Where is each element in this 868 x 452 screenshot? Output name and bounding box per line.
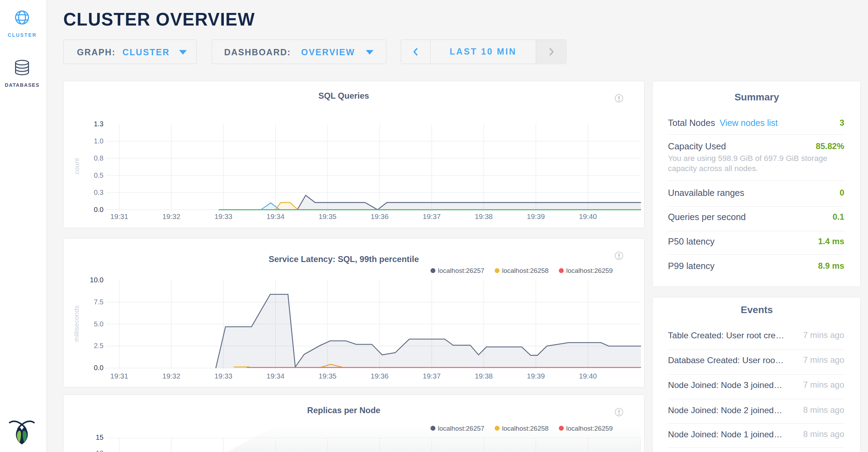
svg-text:19:40: 19:40 (579, 372, 597, 380)
svg-text:0.8: 0.8 (94, 154, 104, 162)
svg-text:localhost:26258: localhost:26258 (502, 267, 549, 274)
svg-text:Replicas per Node: Replicas per Node (307, 405, 380, 415)
svg-text:10.0: 10.0 (90, 276, 104, 284)
svg-text:19:33: 19:33 (214, 372, 232, 380)
svg-text:19:38: 19:38 (475, 372, 493, 380)
svg-text:1.0: 1.0 (94, 137, 104, 145)
svg-text:19:33: 19:33 (214, 212, 232, 220)
svg-text:19:34: 19:34 (266, 212, 284, 220)
svg-text:19:36: 19:36 (371, 372, 389, 380)
svg-text:19:36: 19:36 (371, 212, 389, 220)
svg-text:localhost:26257: localhost:26257 (438, 267, 484, 274)
svg-text:19:32: 19:32 (162, 372, 180, 380)
svg-text:10: 10 (96, 449, 104, 452)
svg-text:0.5: 0.5 (94, 171, 104, 179)
svg-text:milliseconds: milliseconds (73, 305, 80, 341)
svg-text:15: 15 (96, 433, 104, 441)
svg-text:localhost:26259: localhost:26259 (566, 267, 613, 274)
svg-text:0.3: 0.3 (94, 189, 104, 196)
svg-text:count: count (73, 158, 80, 174)
svg-text:19:32: 19:32 (162, 212, 180, 220)
svg-text:19:39: 19:39 (527, 372, 545, 380)
svg-text:19:38: 19:38 (475, 212, 493, 220)
svg-text:7.5: 7.5 (94, 298, 104, 306)
svg-text:2.5: 2.5 (94, 342, 104, 349)
svg-text:SQL Queries: SQL Queries (319, 91, 369, 100)
svg-text:19:34: 19:34 (266, 372, 284, 380)
svg-text:19:39: 19:39 (527, 212, 545, 220)
svg-text:0.0: 0.0 (94, 206, 104, 213)
svg-text:Service Latency: SQL, 99th per: Service Latency: SQL, 99th percentile (269, 254, 419, 264)
svg-text:19:37: 19:37 (423, 212, 441, 220)
svg-text:19:35: 19:35 (319, 212, 336, 220)
svg-text:19:37: 19:37 (423, 372, 441, 380)
svg-text:19:31: 19:31 (110, 212, 128, 220)
svg-text:0.0: 0.0 (94, 364, 104, 372)
svg-text:19:31: 19:31 (110, 372, 128, 380)
svg-text:1.3: 1.3 (94, 120, 104, 128)
svg-text:19:35: 19:35 (319, 372, 336, 380)
svg-text:5.0: 5.0 (94, 320, 104, 328)
svg-text:19:40: 19:40 (579, 212, 597, 220)
